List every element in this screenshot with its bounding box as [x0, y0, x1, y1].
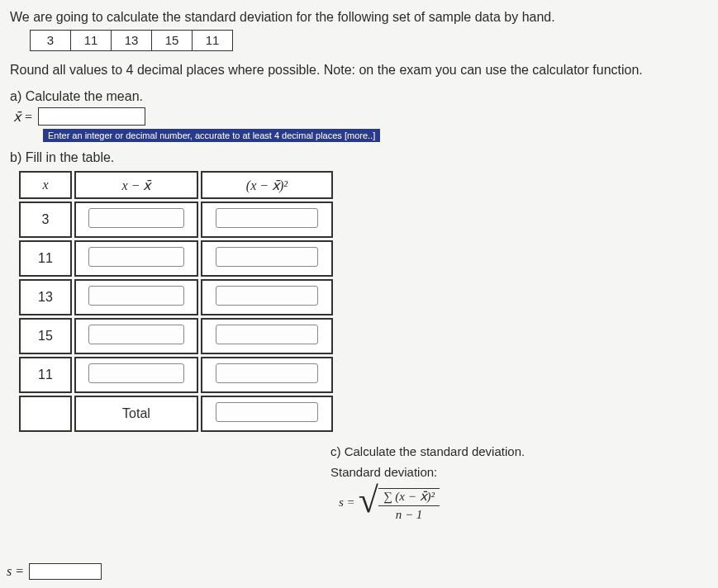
table-row: 11 [19, 240, 333, 277]
data-cell: 11 [192, 30, 233, 51]
data-cell: 13 [111, 30, 152, 51]
table-row: 15 [19, 318, 333, 354]
total-blank [19, 396, 72, 432]
s-equals: s = [7, 564, 24, 579]
table-row: 13 [19, 279, 333, 315]
total-input[interactable] [216, 402, 317, 422]
mean-symbol: x̄ = [13, 109, 33, 125]
row-x: 11 [19, 240, 72, 277]
sd-label: Standard deviation: [330, 465, 525, 479]
intro-text: We are going to calculate the standard d… [10, 10, 708, 25]
diff-input[interactable] [88, 208, 183, 228]
row-x: 15 [19, 318, 72, 354]
sq-input[interactable] [216, 247, 317, 267]
header-x: x [19, 171, 72, 199]
part-c-label: c) Calculate the standard deviation. [330, 444, 525, 458]
total-label: Total [74, 396, 198, 432]
part-b-label: b) Fill in the table. [10, 150, 708, 165]
table-row: 11 [19, 357, 333, 393]
radical-icon: √ [359, 482, 378, 522]
deviation-table: x x − x̄ (x − x̄)² 3 11 13 15 11 Total [17, 168, 335, 434]
data-cell: 3 [30, 30, 71, 51]
header-sq: (x − x̄)² [201, 171, 333, 199]
diff-input[interactable] [88, 325, 183, 344]
formula-denominator: n − 1 [396, 506, 423, 522]
diff-input[interactable] [88, 363, 183, 383]
part-a-label: a) Calculate the mean. [10, 89, 708, 104]
sq-input[interactable] [216, 208, 317, 228]
sq-input[interactable] [216, 325, 317, 344]
data-cell: 15 [151, 30, 193, 51]
sq-input[interactable] [216, 286, 317, 306]
header-diff: x − x̄ [74, 171, 198, 199]
formula-lhs: s = [339, 496, 355, 510]
table-total-row: Total [19, 396, 333, 432]
diff-input[interactable] [88, 247, 183, 267]
s-input[interactable] [29, 563, 102, 580]
row-x: 11 [19, 357, 72, 393]
sq-input[interactable] [216, 363, 317, 383]
sd-formula: s = √ ∑ (x − x̄)² n − 1 [339, 482, 525, 522]
row-x: 13 [19, 279, 72, 315]
diff-input[interactable] [88, 286, 183, 306]
formula-numerator: ∑ (x − x̄)² [378, 489, 440, 506]
row-x: 3 [19, 202, 72, 238]
sample-data-row: 3 11 13 15 11 [30, 30, 708, 51]
mean-hint[interactable]: Enter an integer or decimal number, accu… [43, 129, 380, 142]
rounding-note: Round all values to 4 decimal places whe… [10, 63, 708, 78]
mean-input[interactable] [38, 107, 145, 126]
data-cell: 11 [70, 30, 112, 51]
table-row: 3 [19, 202, 333, 238]
